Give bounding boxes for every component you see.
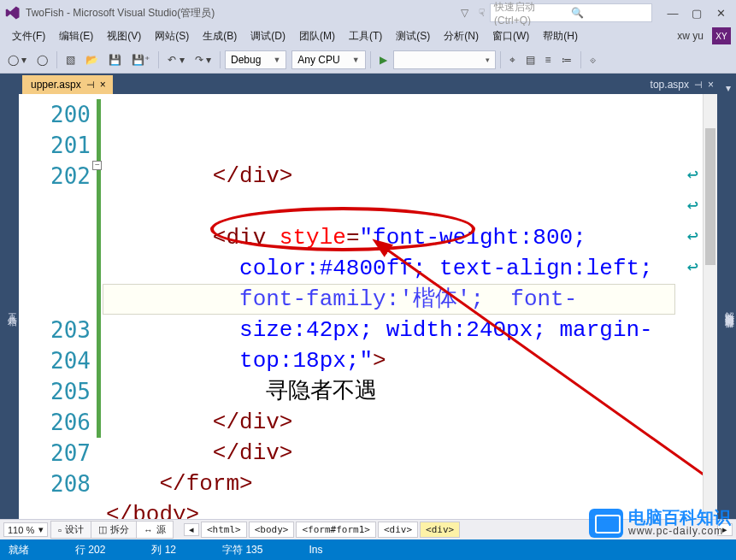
open-file-button[interactable]: 📂: [81, 50, 103, 69]
signed-in-user[interactable]: xw yu: [677, 30, 704, 42]
save-all-button[interactable]: 💾⁺: [127, 50, 154, 69]
standard-toolbar: ◯ ▾ ◯ ▧ 📂 💾 💾⁺ ↶ ▾ ↷ ▾ Debug▼ Any CPU▼ ▶…: [0, 46, 736, 74]
tool-btn-4[interactable]: ≔: [557, 50, 576, 69]
tool-btn-3[interactable]: ≡: [541, 50, 556, 69]
menu-team[interactable]: 团队(M): [292, 27, 342, 46]
breadcrumb-div2[interactable]: <div>: [420, 522, 460, 538]
change-indicator: [96, 94, 103, 519]
window-title: TwoFish - Microsoft Visual Studio(管理员): [26, 6, 215, 21]
menu-build[interactable]: 生成(B): [196, 27, 244, 46]
close-button[interactable]: ✕: [709, 3, 733, 22]
line-number-gutter: 200 201 202 203 204 205 206 207 208: [19, 94, 96, 519]
designer-view-bar: 110 %▾ ▫设计 ◫拆分 ↔源 ◂ <html> <body> <form#…: [0, 519, 736, 539]
tab-label: upper.aspx: [31, 79, 81, 91]
nav-fwd-button[interactable]: ◯: [32, 50, 52, 69]
redo-button[interactable]: ↷ ▾: [191, 50, 215, 69]
start-debug-button[interactable]: ▶: [375, 50, 392, 69]
document-tab-well: upper.aspx ⊣ × top.aspx ⊣ × ▾: [0, 74, 736, 94]
menu-website[interactable]: 网站(S): [148, 27, 196, 46]
browser-dropdown[interactable]: ▾: [393, 50, 496, 69]
word-wrap-icon: ↩: [687, 253, 698, 284]
tab-top-aspx[interactable]: top.aspx ⊣ ×: [642, 75, 721, 94]
quick-launch-input[interactable]: 快速启动 (Ctrl+Q) 🔍: [490, 3, 652, 22]
breadcrumb-form[interactable]: <form#form1>: [296, 522, 375, 538]
status-ins: Ins: [309, 544, 322, 556]
save-button[interactable]: 💾: [104, 50, 126, 69]
view-tab-source[interactable]: ↔源: [136, 521, 174, 539]
word-wrap-icon: ↩: [687, 161, 698, 192]
menu-bar: 文件(F) 编辑(E) 视图(V) 网站(S) 生成(B) 调试(D) 团队(M…: [0, 26, 736, 46]
status-ready: 就绪: [9, 543, 29, 557]
menu-window[interactable]: 窗口(W): [486, 27, 536, 46]
tool-btn-1[interactable]: ⌖: [505, 50, 520, 69]
word-wrap-icon: ↩: [687, 192, 698, 222]
menu-analyze[interactable]: 分析(N): [437, 27, 486, 46]
code-surface[interactable]: − </div> <div style="font-weight:800; co…: [103, 94, 717, 519]
title-bar: TwoFish - Microsoft Visual Studio(管理员) ▽…: [0, 0, 736, 26]
quick-launch-placeholder: 快速启动 (Ctrl+Q): [494, 0, 571, 27]
status-char: 字符 135: [222, 543, 262, 557]
status-line: 行 202: [75, 543, 105, 557]
crumb-next-button[interactable]: ▸: [717, 523, 733, 536]
vs-logo-icon: [5, 5, 21, 21]
solution-platform-dropdown[interactable]: Any CPU▼: [291, 50, 365, 69]
user-avatar[interactable]: XY: [712, 27, 731, 44]
view-tab-design[interactable]: ▫设计: [50, 521, 91, 539]
breadcrumb-body[interactable]: <body>: [249, 522, 295, 538]
menu-help[interactable]: 帮助(H): [536, 27, 585, 46]
search-icon: 🔍: [571, 7, 648, 19]
new-project-button[interactable]: ▧: [62, 50, 79, 69]
word-wrap-icon: ↩: [687, 222, 698, 253]
toolbox-rail[interactable]: 工具箱: [0, 94, 19, 519]
pin-icon[interactable]: ⊣: [86, 80, 95, 91]
breadcrumb-html[interactable]: <html>: [201, 522, 247, 538]
minimize-button[interactable]: —: [661, 3, 685, 22]
tool-btn-5[interactable]: ⟐: [586, 50, 600, 69]
tool-btn-2[interactable]: ▤: [521, 50, 539, 69]
status-bar: 就绪 行 202 列 12 字符 135 Ins: [0, 539, 736, 560]
tab-overflow-button[interactable]: ▾: [721, 82, 736, 94]
menu-tools[interactable]: 工具(T): [342, 27, 389, 46]
vertical-scrollbar[interactable]: [703, 94, 717, 519]
status-col: 列 12: [151, 543, 176, 557]
breadcrumb-div1[interactable]: <div>: [378, 522, 418, 538]
crumb-prev-button[interactable]: ◂: [184, 523, 199, 536]
close-icon[interactable]: ×: [100, 79, 106, 91]
solution-config-dropdown[interactable]: Debug▼: [225, 50, 286, 69]
notifications-icon[interactable]: ▽: [461, 7, 468, 19]
tab-upper-aspx[interactable]: upper.aspx ⊣ ×: [22, 75, 113, 94]
menu-file[interactable]: 文件(F): [5, 27, 52, 46]
view-tab-split[interactable]: ◫拆分: [91, 521, 137, 539]
rail-solution-explorer[interactable]: 解决方案资源管理器: [723, 97, 736, 519]
tab-label: top.aspx: [651, 79, 689, 91]
close-icon[interactable]: ×: [708, 79, 714, 91]
pin-icon[interactable]: ⊣: [694, 80, 703, 91]
menu-debug[interactable]: 调试(D): [244, 27, 292, 46]
maximize-button[interactable]: ▢: [685, 3, 709, 22]
menu-edit[interactable]: 编辑(E): [52, 27, 100, 46]
menu-view[interactable]: 视图(V): [100, 27, 148, 46]
nav-back-button[interactable]: ◯ ▾: [3, 50, 31, 69]
feedback-icon[interactable]: ☟: [479, 7, 485, 19]
outline-collapse-toggle[interactable]: −: [92, 161, 102, 170]
zoom-dropdown[interactable]: 110 %▾: [3, 522, 48, 537]
menu-test[interactable]: 测试(S): [389, 27, 437, 46]
undo-button[interactable]: ↶ ▾: [163, 50, 188, 69]
right-tool-rails: 解决方案资源管理器 团队资源管理器 属性: [717, 94, 736, 519]
code-editor[interactable]: 200 201 202 203 204 205 206 207 208: [19, 94, 717, 519]
